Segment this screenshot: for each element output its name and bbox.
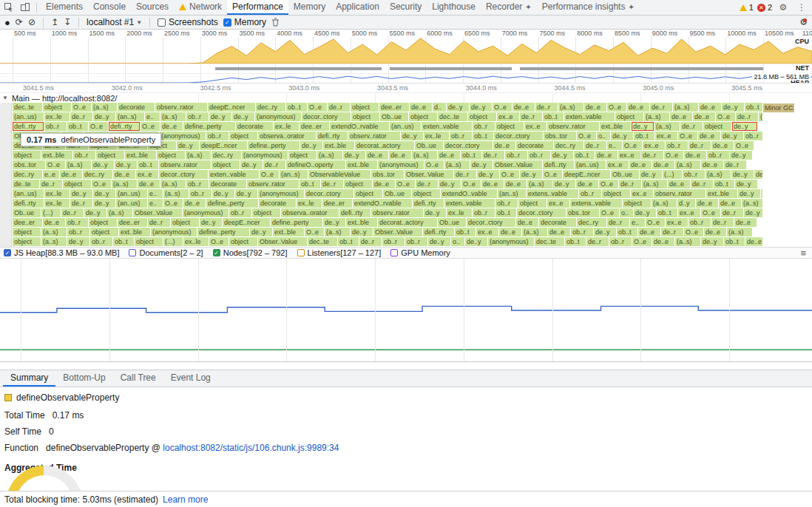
flame-entry[interactable]: ex..le	[183, 237, 209, 246]
flame-entry[interactable]: O..e	[678, 132, 697, 140]
flame-entry[interactable]: object	[344, 180, 372, 188]
flame-entry[interactable]: ob..t	[617, 228, 637, 237]
flame-entry[interactable]: object	[351, 103, 379, 112]
flame-entry[interactable]: define..perty	[248, 141, 300, 150]
flame-entry[interactable]: ex..e	[476, 228, 498, 237]
flame-entry[interactable]: O..e	[396, 180, 415, 188]
flame-entry[interactable]: ob..t	[724, 237, 745, 246]
flame-entry[interactable]: object	[468, 112, 496, 121]
flame-entry[interactable]: de..e	[638, 228, 660, 237]
flame-entry[interactable]: ob..t	[574, 151, 595, 160]
flame-entry[interactable]: ob..r	[744, 132, 762, 140]
flame-entry[interactable]: (anonymous)	[255, 112, 301, 121]
flame-entry[interactable]: O..e	[92, 180, 111, 188]
flame-entry[interactable]: de..y	[93, 189, 115, 198]
flame-entry[interactable]: ob..r	[528, 151, 550, 160]
flame-entry[interactable]: ob..r	[405, 237, 427, 246]
flame-entry[interactable]: de..e	[113, 170, 135, 179]
flame-entry[interactable]: de..r	[586, 237, 609, 246]
flame-entry[interactable]: dec..te	[535, 237, 564, 246]
flame-entry[interactable]: ob..t	[338, 237, 359, 246]
checkbox-icon[interactable]	[297, 249, 305, 256]
flame-entry[interactable]: object	[252, 208, 280, 217]
tab-summary[interactable]: Summary	[3, 370, 55, 387]
flame-entry[interactable]: ext..ble	[600, 122, 631, 131]
counter-gpu-memory[interactable]: GPU Memory	[390, 248, 450, 257]
flame-entry[interactable]: (a..s)	[675, 160, 700, 169]
tab-bottom-up[interactable]: Bottom-Up	[55, 370, 112, 387]
flame-entry[interactable]: observ..rator	[348, 132, 400, 140]
flame-entry[interactable]: decor..ctory	[467, 218, 515, 227]
flame-entry[interactable]: de..r	[736, 112, 758, 121]
flame-entry[interactable]: (a..s)	[325, 228, 350, 237]
flame-entry[interactable]: O..e	[72, 103, 91, 112]
flame-entry[interactable]: (anonymous)	[160, 132, 206, 140]
flame-entry[interactable]: (an..us)	[116, 199, 147, 208]
flame-entry[interactable]: object	[615, 112, 643, 121]
flame-entry[interactable]: ex..e	[606, 160, 629, 169]
flame-entry[interactable]: defi..rty	[13, 199, 44, 208]
flame-entry[interactable]: de..y	[84, 208, 106, 217]
flame-entry[interactable]: ex..le	[44, 189, 70, 198]
flame-entry[interactable]: de..y	[428, 237, 450, 246]
flame-entry[interactable]: ob..r	[707, 151, 729, 160]
flame-entry[interactable]: de..y	[721, 132, 743, 140]
function-source-link[interactable]: localhost:8082/static/js/106.chunk.js:99…	[163, 443, 339, 453]
flame-entry[interactable]: define..perty	[183, 122, 235, 131]
flame-entry[interactable]: (...)	[163, 237, 183, 246]
flame-entry[interactable]: de..r	[482, 151, 504, 160]
flame-entry[interactable]: O..e	[599, 180, 618, 188]
flame-entry[interactable]: (a..s)	[742, 199, 762, 208]
flame-entry[interactable]: (an..us)	[13, 112, 44, 121]
flame-entry[interactable]: decorate	[118, 103, 155, 112]
flame-entry[interactable]: decor..ctory	[159, 170, 208, 179]
flame-entry[interactable]: ob..t	[543, 112, 564, 121]
flame-entry[interactable]: observ..rator	[654, 189, 706, 198]
flame-entry[interactable]: defi..rty	[13, 122, 44, 131]
flame-entry[interactable]: de..te	[13, 180, 39, 188]
flame-entry[interactable]: e..e	[43, 170, 59, 179]
flame-entry[interactable]: de..r	[711, 218, 734, 227]
flame-entry[interactable]: (anonymous)	[183, 208, 229, 217]
flame-entry[interactable]: ex..e	[643, 141, 665, 150]
flame-entry[interactable]: (a..s)	[644, 112, 669, 121]
flame-entry[interactable]: de..y	[744, 208, 762, 217]
flame-entry[interactable]: de..r	[584, 141, 606, 150]
flame-entry[interactable]: ob..t	[745, 103, 762, 112]
flame-entry[interactable]: deepE..ncer	[563, 170, 610, 179]
flame-entry[interactable]: ex..e	[666, 218, 688, 227]
flame-entry[interactable]: e..	[607, 141, 622, 150]
tab-performance-insights[interactable]: Performance insights✦	[537, 0, 640, 15]
flame-entry[interactable]: (anonymous)	[242, 151, 288, 160]
flame-entry[interactable]: (a..s)	[759, 112, 762, 121]
flame-entry[interactable]: de..e	[745, 237, 762, 246]
flame-entry[interactable]: observ..rator	[547, 122, 599, 131]
flame-entry[interactable]: de..y	[67, 237, 89, 246]
flame-entry[interactable]: e..	[148, 189, 163, 198]
flame-entry[interactable]: dec..ry	[83, 170, 112, 179]
flame-entry[interactable]: object	[135, 237, 163, 246]
flame-entry[interactable]: ob..r	[44, 122, 67, 131]
flame-entry[interactable]: de..e	[652, 237, 674, 246]
flame-entry[interactable]: de..y	[640, 170, 662, 179]
flame-entry[interactable]: de..e	[373, 180, 395, 188]
flame-entry[interactable]: defi..rty	[317, 132, 348, 140]
flame-entry[interactable]: (an..us)	[116, 189, 147, 198]
flame-entry[interactable]: Obser..Value	[133, 208, 182, 217]
flame-entry[interactable]: decorate	[209, 180, 246, 188]
flame-entry[interactable]: (an..s)	[280, 170, 308, 179]
flame-entry[interactable]: ex..le	[447, 208, 472, 217]
flame-entry[interactable]: extendO..rvable	[330, 122, 389, 131]
flame-entry[interactable]: de..r	[688, 141, 711, 150]
load-profile-button[interactable]: ↥	[51, 18, 58, 27]
flame-entry[interactable]: (a..s)	[41, 228, 67, 237]
flame-entry[interactable]: ob..t	[300, 180, 320, 188]
flame-entry[interactable]: (a..s)	[675, 237, 700, 246]
flame-entry[interactable]: (a..s)	[160, 112, 186, 121]
flame-entry[interactable]: obs..tor	[371, 170, 404, 179]
flame-entry[interactable]: de..y	[92, 160, 114, 169]
flame-entry[interactable]: de..r	[70, 199, 92, 208]
flame-entry[interactable]: object	[409, 112, 437, 121]
flame-entry[interactable]: ob..r	[450, 132, 472, 140]
flame-entry[interactable]: de..y	[632, 122, 654, 131]
